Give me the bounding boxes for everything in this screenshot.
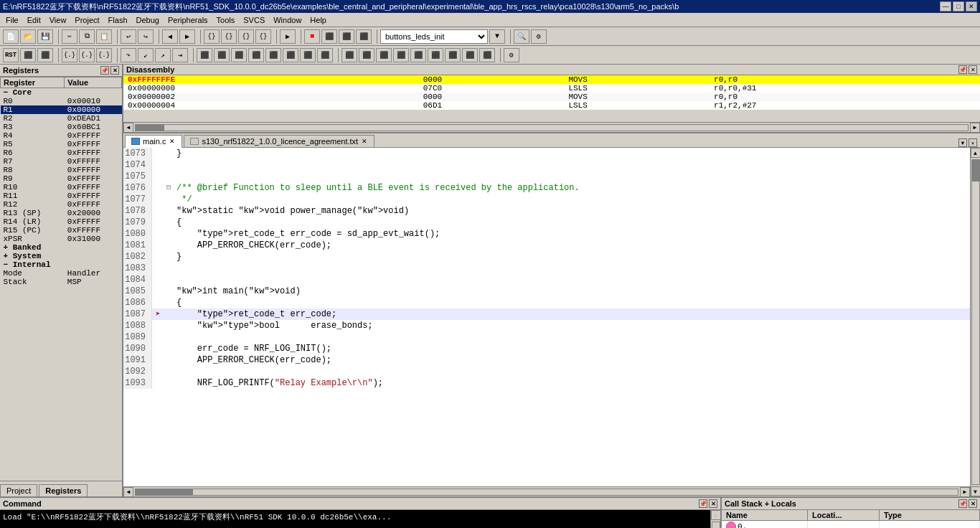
tb-save[interactable]: 💾 xyxy=(37,29,53,44)
tb-settings[interactable]: ⚙ xyxy=(531,29,547,44)
disasm-hscroll-left[interactable]: ◀ xyxy=(123,123,133,133)
code-hscroll[interactable]: ◀ ▶ xyxy=(123,486,970,496)
tb2-c8[interactable]: ⬛ xyxy=(317,48,333,62)
tb2-step-out[interactable]: ↗ xyxy=(155,48,171,62)
tb2-c3[interactable]: ⬛ xyxy=(231,48,247,62)
expand-icon-system[interactable]: + xyxy=(4,252,9,260)
tb-dbg2[interactable]: ⬛ xyxy=(339,29,354,44)
tb-back[interactable]: ◀ xyxy=(162,29,178,44)
menu-project[interactable]: Project xyxy=(70,14,103,26)
menu-window[interactable]: Window xyxy=(269,14,306,26)
editor-pin[interactable]: ▼ xyxy=(958,138,967,147)
tb2-c4[interactable]: ⬛ xyxy=(248,48,264,62)
tb2-d1[interactable]: ⬛ xyxy=(341,48,357,62)
tb2-b5[interactable]: {.} xyxy=(96,48,112,62)
code-hscroll-left[interactable]: ◀ xyxy=(123,487,133,497)
tb-dbg3[interactable]: ⬛ xyxy=(356,29,372,44)
code-rows[interactable]: 1073}1074 1075 1076⊟/** @brief Function … xyxy=(123,148,970,486)
command-pin[interactable]: 📌 xyxy=(699,499,707,508)
tb2-c7[interactable]: ⬛ xyxy=(300,48,316,62)
expand-icon-banked[interactable]: + xyxy=(4,243,9,252)
tb-paste[interactable]: 📋 xyxy=(96,29,112,44)
close-button[interactable]: ✕ xyxy=(966,1,977,11)
tb-b3[interactable]: {} xyxy=(238,29,254,44)
tb2-step-in[interactable]: ↙ xyxy=(138,48,154,62)
tab-main-c[interactable]: main.c ✕ xyxy=(125,135,182,148)
tab-license-close[interactable]: ✕ xyxy=(361,138,368,145)
code-area[interactable]: 1073}1074 1075 1076⊟/** @brief Function … xyxy=(123,148,970,496)
function-combo[interactable]: buttons_leds_init xyxy=(380,29,488,44)
tab-license[interactable]: s130_nrf51822_1.0.0_licence_agreement.tx… xyxy=(184,135,374,147)
tb2-d6[interactable]: ⬛ xyxy=(428,48,443,62)
tb-find[interactable]: 🔍 xyxy=(514,29,529,44)
tb-b1[interactable]: {} xyxy=(204,29,220,44)
tb2-b2[interactable]: ⬛ xyxy=(37,48,53,62)
tb2-d4[interactable]: ⬛ xyxy=(393,48,409,62)
tb-combo-go[interactable]: ▼ xyxy=(489,29,505,44)
tb2-step-over[interactable]: ↷ xyxy=(121,48,136,62)
callstack-pin[interactable]: 📌 xyxy=(958,499,967,508)
code-vscroll-down[interactable]: ▼ xyxy=(971,486,981,496)
tb2-d8[interactable]: ⬛ xyxy=(462,48,478,62)
code-vscroll[interactable]: ▲ ▼ xyxy=(970,148,980,496)
tb2-run-cursor[interactable]: ⇥ xyxy=(172,48,188,62)
tb-redo[interactable]: ↪ xyxy=(138,29,154,44)
tb-stop[interactable]: ■ xyxy=(304,29,320,44)
code-hscroll-right[interactable]: ▶ xyxy=(960,487,970,497)
tb-undo[interactable]: ↩ xyxy=(121,29,136,44)
tb-b2[interactable]: {} xyxy=(221,29,237,44)
expand-icon-internal[interactable]: − xyxy=(4,260,9,269)
expand-icon[interactable]: − xyxy=(4,88,9,97)
tb2-c6[interactable]: ⬛ xyxy=(283,48,298,62)
menu-view[interactable]: View xyxy=(45,14,71,26)
tb2-c2[interactable]: ⬛ xyxy=(214,48,230,62)
menu-help[interactable]: Help xyxy=(306,14,331,26)
tb2-c1[interactable]: ⬛ xyxy=(197,48,212,62)
tb-fwd[interactable]: ▶ xyxy=(179,29,195,44)
menu-file[interactable]: File xyxy=(1,14,23,26)
tb2-rst[interactable]: RST xyxy=(3,48,19,62)
menu-svcs[interactable]: SVCS xyxy=(239,14,269,26)
tb-new[interactable]: 📄 xyxy=(3,29,19,44)
code-vscroll-up[interactable]: ▲ xyxy=(971,148,981,158)
tb2-d3[interactable]: ⬛ xyxy=(376,48,392,62)
cmd-vscroll-up[interactable]: ▲ xyxy=(711,510,721,520)
tab-project[interactable]: Project xyxy=(0,484,37,496)
tab-main-c-close[interactable]: ✕ xyxy=(169,138,176,145)
code-vscroll-track[interactable] xyxy=(971,159,980,485)
tb2-d2[interactable]: ⬛ xyxy=(359,48,374,62)
tb2-b1[interactable]: ⬛ xyxy=(20,48,36,62)
menu-peripherals[interactable]: Peripherals xyxy=(164,14,212,26)
command-close[interactable]: ✕ xyxy=(709,499,717,508)
minimize-button[interactable]: — xyxy=(940,1,951,11)
disasm-hscroll[interactable]: ◀ ▶ xyxy=(123,122,980,132)
disassembly-pin[interactable]: 📌 xyxy=(958,65,967,74)
tb2-b4[interactable]: {.} xyxy=(79,48,95,62)
tb-run[interactable]: ▶ xyxy=(280,29,296,44)
tb2-b3[interactable]: {.} xyxy=(62,48,77,62)
menu-debug[interactable]: Debug xyxy=(132,14,164,26)
tb2-c5[interactable]: ⬛ xyxy=(265,48,281,62)
tb2-d9[interactable]: ⬛ xyxy=(479,48,495,62)
callstack-close[interactable]: ✕ xyxy=(969,499,977,508)
tb-copy[interactable]: ⧉ xyxy=(79,29,95,44)
registers-close[interactable]: ✕ xyxy=(110,66,119,75)
tb-dbg1[interactable]: ⬛ xyxy=(321,29,337,44)
tab-registers[interactable]: Registers xyxy=(39,484,88,496)
code-hscroll-track[interactable] xyxy=(135,489,958,496)
tb2-e1[interactable]: ⚙ xyxy=(504,48,519,62)
registers-scroll[interactable]: Register Value − Core R00x00010 R10x0000… xyxy=(0,77,122,481)
menu-tools[interactable]: Tools xyxy=(212,14,240,26)
cmd-vscroll-track[interactable] xyxy=(712,522,720,528)
tb-b4[interactable]: {} xyxy=(255,29,271,44)
menu-flash[interactable]: Flash xyxy=(104,14,132,26)
tb2-d7[interactable]: ⬛ xyxy=(445,48,461,62)
maximize-button[interactable]: □ xyxy=(953,1,964,11)
registers-pin[interactable]: 📌 xyxy=(100,66,109,75)
cmd-vscroll[interactable]: ▲ ▼ xyxy=(710,510,720,528)
tb2-d5[interactable]: ⬛ xyxy=(410,48,426,62)
tb-open[interactable]: 📂 xyxy=(20,29,36,44)
menu-edit[interactable]: Edit xyxy=(23,14,45,26)
editor-close[interactable]: ✕ xyxy=(969,138,977,147)
disassembly-close[interactable]: ✕ xyxy=(969,65,977,74)
